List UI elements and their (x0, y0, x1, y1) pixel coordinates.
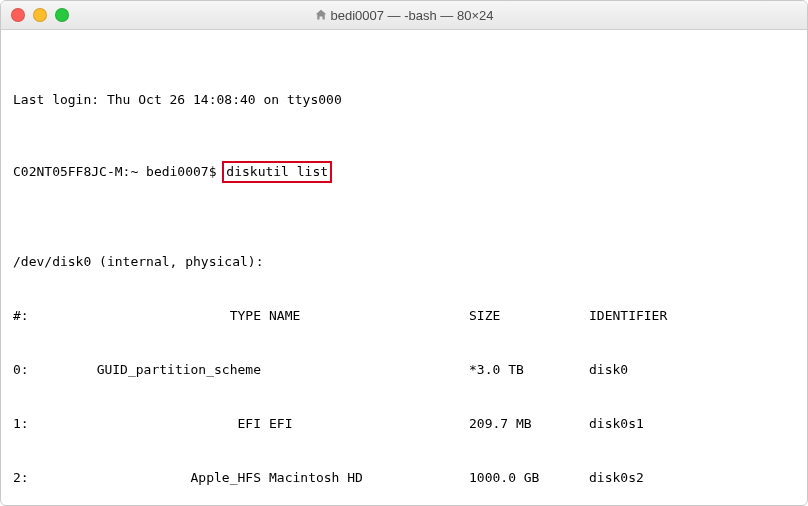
disk-header: /dev/disk0 (internal, physical): (13, 253, 795, 271)
home-icon (315, 9, 327, 21)
table-row: 0:GUID_partition_scheme*3.0 TBdisk0 (13, 361, 795, 379)
titlebar: bedi0007 — -bash — 80×24 (1, 1, 807, 30)
close-icon[interactable] (11, 8, 25, 22)
fullscreen-icon[interactable] (55, 8, 69, 22)
window-title-text: bedi0007 — -bash — 80×24 (331, 8, 494, 23)
window-controls (1, 8, 69, 22)
prompt: C02NT05FF8JC-M:~ bedi0007$ (13, 164, 217, 179)
highlighted-command: diskutil list (222, 161, 332, 183)
terminal-window: bedi0007 — -bash — 80×24 Last login: Thu… (0, 0, 808, 506)
minimize-icon[interactable] (33, 8, 47, 22)
table-row: 2:Apple_HFSMacintosh HD1000.0 GBdisk0s2 (13, 469, 795, 487)
terminal-body[interactable]: Last login: Thu Oct 26 14:08:40 on ttys0… (1, 29, 807, 505)
window-title: bedi0007 — -bash — 80×24 (1, 8, 807, 23)
prompt-line-1: C02NT05FF8JC-M:~ bedi0007$ diskutil list (13, 163, 795, 181)
command-text: diskutil list (226, 164, 328, 179)
table-row: 1:EFIEFI209.7 MBdisk0s1 (13, 415, 795, 433)
login-line: Last login: Thu Oct 26 14:08:40 on ttys0… (13, 91, 795, 109)
table-header: #:TYPENAMESIZEIDENTIFIER (13, 307, 795, 325)
